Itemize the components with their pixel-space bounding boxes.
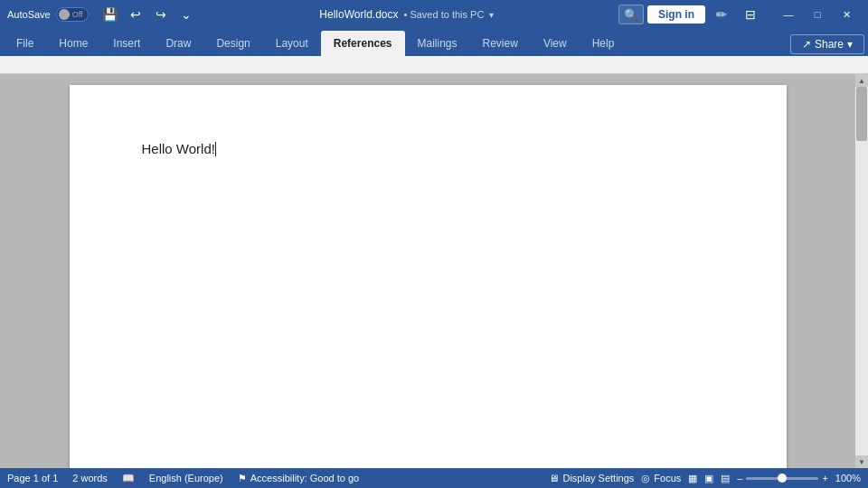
share-icon: ↗ bbox=[802, 38, 811, 51]
page-info[interactable]: Page 1 of 1 bbox=[7, 473, 58, 483]
zoom-track[interactable] bbox=[746, 477, 818, 480]
web-layout-icon[interactable]: ▤ bbox=[721, 473, 730, 484]
autosave-toggle[interactable]: Off bbox=[56, 7, 89, 22]
tab-view[interactable]: View bbox=[531, 31, 580, 56]
zoom-percentage[interactable]: 100% bbox=[835, 473, 861, 483]
share-label: Share bbox=[815, 38, 844, 51]
tab-home[interactable]: Home bbox=[46, 31, 100, 56]
scroll-up-button[interactable]: ▲ bbox=[855, 74, 868, 87]
status-bar-right: 🖥 Display Settings ◎ Focus ▦ ▣ ▤ – + 100… bbox=[549, 473, 861, 484]
doc-title: HelloWorld.docx bbox=[319, 8, 398, 21]
scroll-thumb[interactable] bbox=[856, 87, 867, 141]
tab-references[interactable]: References bbox=[321, 31, 405, 56]
pen-button[interactable]: ✏ bbox=[709, 5, 734, 24]
document-text[interactable]: Hello World! bbox=[142, 139, 714, 158]
zoom-control[interactable]: – + bbox=[737, 473, 828, 483]
accessibility-text: Accessibility: Good to go bbox=[250, 473, 359, 483]
scroll-down-button[interactable]: ▼ bbox=[855, 455, 868, 468]
language[interactable]: English (Europe) bbox=[149, 473, 223, 483]
main-area: Hello World! ▲ ▼ bbox=[0, 74, 868, 468]
focus-text: Focus bbox=[654, 473, 681, 483]
tab-file[interactable]: File bbox=[4, 31, 46, 56]
tab-mailings[interactable]: Mailings bbox=[405, 31, 470, 56]
tab-draw[interactable]: Draw bbox=[153, 31, 203, 56]
redo-icon[interactable]: ↪ bbox=[152, 5, 170, 23]
tab-layout[interactable]: Layout bbox=[263, 31, 321, 56]
focus-mode[interactable]: ◎ Focus bbox=[641, 473, 681, 484]
title-bar-center: HelloWorld.docx • Saved to this PC ▾ bbox=[195, 8, 618, 21]
proofing-icon[interactable]: 📖 bbox=[122, 473, 135, 484]
save-icon[interactable]: 💾 bbox=[101, 5, 119, 23]
zoom-plus-button[interactable]: + bbox=[822, 473, 827, 483]
tab-insert[interactable]: Insert bbox=[100, 31, 153, 56]
zoom-thumb[interactable] bbox=[778, 474, 787, 483]
status-bar: Page 1 of 1 2 words 📖 English (Europe) ⚑… bbox=[0, 468, 868, 488]
document-container[interactable]: Hello World! bbox=[0, 74, 855, 468]
autosave-knob bbox=[59, 9, 70, 20]
display-settings[interactable]: 🖥 Display Settings bbox=[549, 473, 634, 483]
focus-icon: ◎ bbox=[641, 473, 650, 484]
layout-icon[interactable]: ▦ bbox=[688, 473, 697, 484]
ribbon-tabs: File Home Insert Draw Design Layout Refe… bbox=[0, 29, 868, 56]
save-status: • Saved to this PC bbox=[404, 9, 485, 20]
title-bar-right: 🔍 Sign in ✏ ⊟ — □ ✕ bbox=[618, 0, 861, 29]
tab-design[interactable]: Design bbox=[203, 31, 262, 56]
word-count[interactable]: 2 words bbox=[72, 473, 108, 483]
toolbar-icons: 💾 ↩ ↪ ⌄ bbox=[101, 5, 195, 23]
title-bar-left: AutoSave Off 💾 ↩ ↪ ⌄ bbox=[7, 5, 195, 23]
undo-icon[interactable]: ↩ bbox=[127, 5, 145, 23]
signin-button[interactable]: Sign in bbox=[647, 5, 705, 23]
print-layout-icon[interactable]: ▣ bbox=[704, 473, 713, 484]
document-page[interactable]: Hello World! bbox=[70, 85, 787, 468]
more-icon[interactable]: ⌄ bbox=[177, 5, 195, 23]
autosave-state: Off bbox=[72, 10, 83, 19]
save-status-chevron[interactable]: ▾ bbox=[489, 10, 494, 20]
search-button[interactable]: 🔍 bbox=[618, 5, 644, 24]
document-content: Hello World! bbox=[142, 141, 215, 156]
window-controls: — □ ✕ bbox=[774, 0, 861, 29]
title-bar: AutoSave Off 💾 ↩ ↪ ⌄ HelloWorld.docx • S… bbox=[0, 0, 868, 29]
accessibility-status[interactable]: ⚑ Accessibility: Good to go bbox=[238, 473, 359, 484]
scroll-track[interactable] bbox=[855, 87, 868, 455]
zoom-minus-button[interactable]: – bbox=[737, 473, 742, 483]
ribbon-content-area bbox=[0, 56, 868, 74]
accessibility-icon: ⚑ bbox=[238, 473, 247, 484]
autosave-label: AutoSave bbox=[7, 9, 51, 20]
close-button[interactable]: ✕ bbox=[832, 0, 861, 29]
tab-review[interactable]: Review bbox=[470, 31, 531, 56]
display-text: Display Settings bbox=[562, 473, 634, 483]
maximize-button[interactable]: □ bbox=[803, 0, 832, 29]
display-icon: 🖥 bbox=[549, 473, 559, 483]
minimize-button[interactable]: — bbox=[774, 0, 803, 29]
share-chevron: ▾ bbox=[847, 38, 853, 51]
share-button[interactable]: ↗ Share ▾ bbox=[790, 34, 864, 54]
ribbon-collapse-button[interactable]: ⊟ bbox=[738, 5, 763, 24]
tab-help[interactable]: Help bbox=[580, 31, 627, 56]
text-cursor bbox=[215, 142, 216, 156]
vertical-scrollbar[interactable]: ▲ ▼ bbox=[855, 74, 868, 468]
